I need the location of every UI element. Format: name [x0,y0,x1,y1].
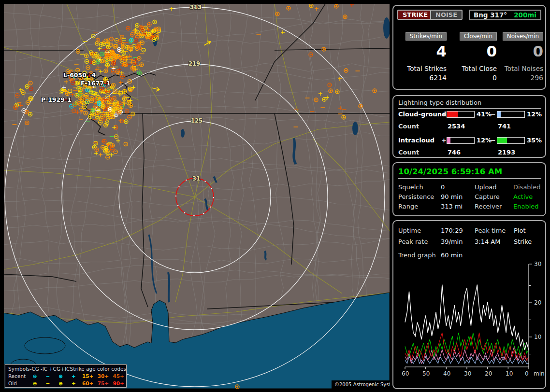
trend-series-neg-ic [405,333,529,357]
capture-status: Active [513,193,533,200]
total-strikes-value: 6214 [400,74,447,82]
capture-label: Capture [475,193,500,200]
age-code-15: 15+ [80,373,96,380]
noises-per-min-button[interactable]: Noises/min [503,32,543,41]
persistence-value: 90 min [441,193,463,200]
circle-plus-icon: ⊕ [54,373,67,380]
minus-sign: − [491,137,496,144]
persistence-label: Persistence [398,193,434,200]
uptime-value: 170:29 [441,227,463,234]
age-code-90: 90+ [111,380,126,387]
peak-rate-label: Peak rate [398,238,428,245]
copyright-bar: ©2005 Astrogenic Systems [332,380,390,389]
peak-time-value: 3:14 AM [475,238,500,245]
trend-series-total [405,285,529,350]
cloud-ground-label: Cloud-ground [398,111,446,118]
total-close-value: 0 [450,74,497,82]
noise-button[interactable]: NOISE [430,10,463,20]
count-label: Count [398,149,419,156]
legend-col-pos-ic: +IC [60,365,70,373]
squelch-value: 0 [441,183,445,191]
svg-text:min: min [534,370,545,377]
svg-text:10: 10 [534,334,541,340]
legend-symbols-header: Symbols [8,365,30,373]
legend-recent-label: Recent [8,373,29,380]
ic-neg-count: 2193 [498,149,515,156]
intracloud-label: Intracloud [398,137,434,144]
legend-col-neg-ic: -IC [39,365,49,373]
svg-text:20: 20 [485,370,492,377]
cell-label-1[interactable]: L-6050+4 [63,71,96,79]
receiver-label: Receiver [475,203,502,210]
svg-text:30: 30 [464,370,471,377]
minus-sign: − [491,111,496,118]
range-label: Range [398,203,418,210]
svg-text:30: 30 [534,261,541,267]
close-rate: 0 [450,42,497,60]
range-value: 313 mi [441,203,463,210]
bearing-value: Bng 317° [474,11,507,19]
svg-text:60: 60 [402,370,409,377]
circle-plus-icon: ⊕ [54,380,67,387]
strikes-per-min-button[interactable]: Strikes/min [405,32,447,41]
minus-icon: − [42,373,55,380]
app-window: { "map": { "ring_labels": ["313","219","… [0,0,550,392]
range-value: 200mi [514,11,536,19]
plus-sign: + [441,137,447,144]
strikes-column: Strikes/min 4 Total Strikes 6214 [400,31,447,82]
trend-graph-window: 60 min [441,252,463,259]
performance-panel: Uptime 170:29 Peak time Plot Peak rate 3… [392,220,546,389]
svg-text:20: 20 [534,299,541,306]
close-column: Close/min 0 Total Close 0 [450,31,497,82]
copyright-text: ©2005 Astrogenic Systems [334,382,390,387]
cg-neg-bar [497,111,525,118]
plus-sign: + [441,111,447,118]
legend-col-pos-cg: +CG [49,365,60,373]
upload-status: Disabled [513,183,540,191]
cg-neg-count: 741 [498,123,511,130]
legend-age-header: Strike age color codes [70,365,126,373]
cg-pos-count: 2534 [448,123,465,130]
strike-button[interactable]: STRIKE [397,10,433,20]
plot-label: Plot [514,227,526,234]
noises-column: Noises/min 0 Total Noises 296 [497,31,543,82]
svg-text:0: 0 [525,370,529,377]
datetime-display: 10/24/2025 6:59:16 AM [398,167,541,179]
svg-text:50: 50 [422,370,430,377]
ring-label-125: 125 [191,117,203,124]
distribution-title: Lightning type distribution [398,99,541,109]
legend-old-row: Old ⊖ − ⊕ + 60+ 75+ 90+ [8,380,126,387]
legend-col-neg-cg: -CG [30,365,40,373]
legend-old-label: Old [8,380,29,387]
minus-icon: − [42,380,55,387]
age-code-60: 60+ [80,380,96,387]
age-code-30: 30+ [95,373,111,380]
svg-text:10: 10 [506,370,513,377]
close-per-min-button[interactable]: Close/min [460,32,497,41]
circle-minus-icon: ⊖ [29,380,42,387]
ic-pos-pct: 12% [477,137,492,144]
ic-pos-bar [447,137,475,144]
plot-mode-value: Strike [514,238,532,245]
strike-stats-panel: STRIKE NOISE Bng 317°200mi Strikes/min 4… [392,5,546,90]
lightning-map[interactable]: 313 219 125 31 L-6050+4 F-1677-1 P-1929-… [4,4,390,389]
count-label: Count [398,123,419,130]
total-noises-label: Total Noises [497,65,543,72]
plus-icon: + [67,373,80,380]
status-panel: 10/24/2025 6:59:16 AM Squelch 0 Upload D… [392,162,546,216]
cg-pos-pct: 41% [477,111,492,118]
cell-label-3[interactable]: P-1929-1 [41,96,72,103]
receiver-status: Enabled [513,203,539,210]
symbol-legend: Symbols -CG -IC +CG +IC Strike age color… [5,364,127,388]
total-close-label: Total Close [450,65,497,72]
legend-header-row: Symbols -CG -IC +CG +IC Strike age color… [8,365,126,373]
uptime-label: Uptime [398,227,421,234]
ring-label-219: 219 [188,60,200,67]
cell-label-2[interactable]: F-1677-1 [81,80,111,87]
lightning-distribution-panel: Lightning type distribution Cloud-ground… [392,95,546,158]
noises-rate: 0 [497,42,543,60]
trend-series [405,285,529,364]
strikes-rate: 4 [400,42,447,60]
ring-label-31: 31 [192,175,200,182]
ic-neg-pct: 35% [527,137,542,144]
